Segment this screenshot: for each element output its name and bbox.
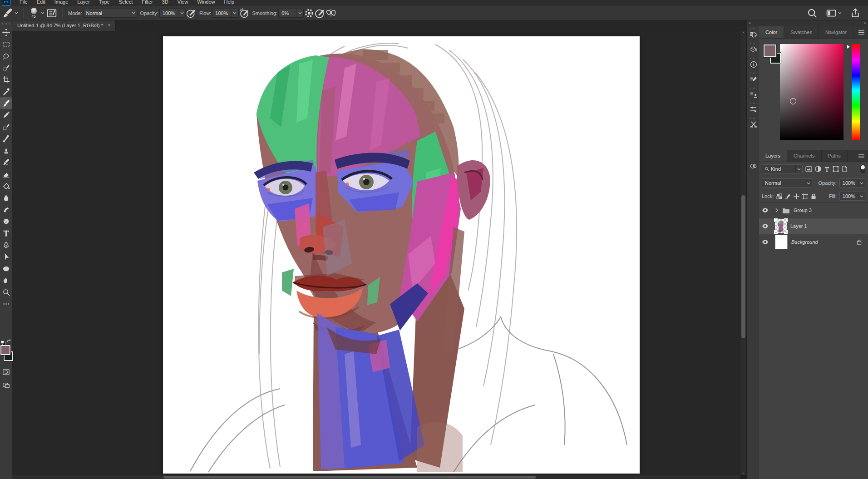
menu-select[interactable]: Select bbox=[114, 0, 138, 6]
creative-cloud-icon[interactable] bbox=[747, 161, 760, 176]
vertical-scrollbar[interactable]: ⌃ ⌄ bbox=[740, 31, 746, 475]
color-saturation-field[interactable] bbox=[780, 44, 843, 140]
filter-shape-layers-icon[interactable] bbox=[833, 166, 839, 172]
menu-filter[interactable]: Filter bbox=[137, 0, 157, 6]
properties-panel-icon[interactable] bbox=[747, 101, 760, 116]
layers-panel-menu-icon[interactable] bbox=[858, 150, 868, 162]
vertical-scrollbar-thumb[interactable] bbox=[741, 195, 745, 338]
layer-fill-dropdown[interactable]: 100% bbox=[839, 192, 865, 201]
document-tab[interactable]: Untitled-1 @ 84.7% (Layer 1, RGB/8) * × bbox=[12, 20, 116, 31]
hue-slider[interactable] bbox=[852, 44, 860, 140]
document-viewport[interactable] bbox=[12, 31, 740, 479]
smudge-tool[interactable] bbox=[0, 203, 12, 215]
artwork-canvas[interactable] bbox=[163, 36, 640, 474]
quick-selection-tool[interactable] bbox=[0, 62, 12, 74]
menu-type[interactable]: Type bbox=[94, 0, 114, 6]
hand-tool[interactable] bbox=[0, 274, 12, 286]
scissors-panel-icon[interactable] bbox=[747, 116, 760, 131]
pencil-tool[interactable] bbox=[0, 109, 12, 121]
blur-tool[interactable] bbox=[0, 192, 12, 203]
lock-image-icon[interactable] bbox=[785, 193, 791, 199]
filter-smart-objects-icon[interactable] bbox=[842, 166, 848, 172]
color-picker-ring[interactable] bbox=[790, 98, 796, 104]
layer-row-layer1[interactable]: Layer 1 bbox=[759, 218, 868, 234]
tab-paths[interactable]: Paths bbox=[822, 150, 848, 162]
filter-pixel-layers-icon[interactable] bbox=[805, 166, 812, 172]
screen-mode-button[interactable] bbox=[0, 379, 12, 390]
move-tool[interactable] bbox=[0, 26, 12, 38]
default-colors-icon[interactable] bbox=[1, 341, 5, 345]
libraries-panel-icon[interactable] bbox=[747, 41, 760, 56]
quick-mask-mode-button[interactable] bbox=[0, 366, 12, 378]
eyedropper-tool[interactable] bbox=[0, 85, 12, 97]
layer-thumbnail[interactable] bbox=[775, 219, 787, 233]
blend-mode-dropdown[interactable]: Normal bbox=[83, 9, 138, 18]
tool-preset-caret-icon[interactable] bbox=[15, 12, 18, 14]
workspace-caret-icon[interactable] bbox=[838, 12, 842, 14]
expand-icon-dock-button[interactable]: « bbox=[749, 21, 751, 25]
filter-toggle[interactable] bbox=[860, 165, 865, 173]
crop-tool[interactable] bbox=[0, 74, 12, 85]
tab-color[interactable]: Color bbox=[759, 26, 784, 38]
swap-colors-icon[interactable] bbox=[6, 339, 11, 344]
pressure-opacity-icon[interactable] bbox=[186, 8, 197, 18]
layer-blend-mode-dropdown[interactable]: Normal bbox=[762, 178, 812, 188]
mixer-brush-tool[interactable] bbox=[0, 133, 12, 144]
zoom-tool[interactable] bbox=[0, 286, 12, 298]
color-panel-menu-icon[interactable] bbox=[858, 26, 868, 38]
smoothing-options-gear-icon[interactable] bbox=[304, 8, 315, 18]
ellipse-shape-tool[interactable] bbox=[0, 262, 12, 274]
group-expand-chevron-icon[interactable] bbox=[775, 208, 779, 212]
pen-tool[interactable] bbox=[0, 239, 12, 251]
filter-type-layers-icon[interactable] bbox=[824, 166, 830, 172]
brush-preset-caret-icon[interactable] bbox=[41, 12, 44, 14]
photoshop-logo[interactable]: Ps bbox=[2, 0, 10, 6]
workspace-switcher-icon[interactable] bbox=[826, 8, 837, 18]
layer-row-group3[interactable]: Group 3 bbox=[759, 202, 868, 218]
lasso-tool[interactable] bbox=[0, 50, 12, 62]
history-brush-tool[interactable] bbox=[0, 156, 12, 168]
tab-swatches[interactable]: Swatches bbox=[784, 26, 819, 38]
lock-all-icon[interactable] bbox=[811, 193, 816, 199]
clone-source-panel-icon[interactable] bbox=[747, 86, 760, 101]
menu-file[interactable]: File bbox=[15, 0, 32, 6]
layer-filter-dropdown[interactable]: Kind bbox=[762, 164, 803, 173]
eraser-tool[interactable] bbox=[0, 168, 12, 180]
background-lock-icon[interactable] bbox=[857, 239, 862, 245]
lock-artboard-icon[interactable] bbox=[802, 193, 808, 199]
scroll-up-icon[interactable]: ⌃ bbox=[742, 32, 745, 35]
collapse-panel-dock-button[interactable]: » bbox=[864, 21, 866, 25]
horizontal-scrollbar-thumb[interactable] bbox=[163, 476, 536, 479]
menu-image[interactable]: Image bbox=[50, 0, 73, 6]
history-panel-icon[interactable] bbox=[747, 26, 760, 41]
tab-channels[interactable]: Channels bbox=[787, 150, 821, 162]
pattern-stamp-tool[interactable] bbox=[0, 121, 12, 133]
tab-layers[interactable]: Layers bbox=[759, 150, 787, 162]
foreground-color-swatch[interactable] bbox=[0, 345, 10, 355]
menu-view[interactable]: View bbox=[173, 0, 193, 6]
brush-preset-picker[interactable]: 45 bbox=[28, 8, 39, 18]
toggle-brush-settings-icon[interactable] bbox=[46, 8, 57, 18]
pressure-size-icon[interactable] bbox=[315, 8, 326, 18]
filter-adjustment-layers-icon[interactable] bbox=[815, 166, 821, 172]
search-icon[interactable] bbox=[807, 8, 818, 18]
layer-row-background[interactable]: Background bbox=[759, 234, 868, 250]
visibility-toggle[interactable] bbox=[759, 218, 771, 234]
close-tab-icon[interactable]: × bbox=[108, 23, 111, 28]
lock-transparency-icon[interactable] bbox=[776, 193, 782, 199]
edit-toolbar-ellipsis-icon[interactable] bbox=[0, 298, 12, 310]
menu-help[interactable]: Help bbox=[220, 0, 239, 6]
path-selection-tool[interactable] bbox=[0, 251, 12, 262]
menu-layer[interactable]: Layer bbox=[73, 0, 94, 6]
brush-tool[interactable] bbox=[0, 97, 12, 109]
airbrush-icon[interactable] bbox=[239, 8, 250, 18]
sponge-tool[interactable] bbox=[0, 215, 12, 227]
toolbar-grip[interactable] bbox=[2, 23, 10, 25]
lock-position-icon[interactable] bbox=[794, 193, 799, 199]
visibility-toggle[interactable] bbox=[759, 202, 771, 218]
horizontal-scrollbar[interactable] bbox=[12, 475, 740, 479]
rectangular-marquee-tool[interactable] bbox=[0, 38, 12, 50]
layer-opacity-dropdown[interactable]: 100% bbox=[839, 178, 865, 188]
menu-3d[interactable]: 3D bbox=[158, 0, 173, 6]
panel-foreground-swatch[interactable] bbox=[764, 44, 776, 57]
